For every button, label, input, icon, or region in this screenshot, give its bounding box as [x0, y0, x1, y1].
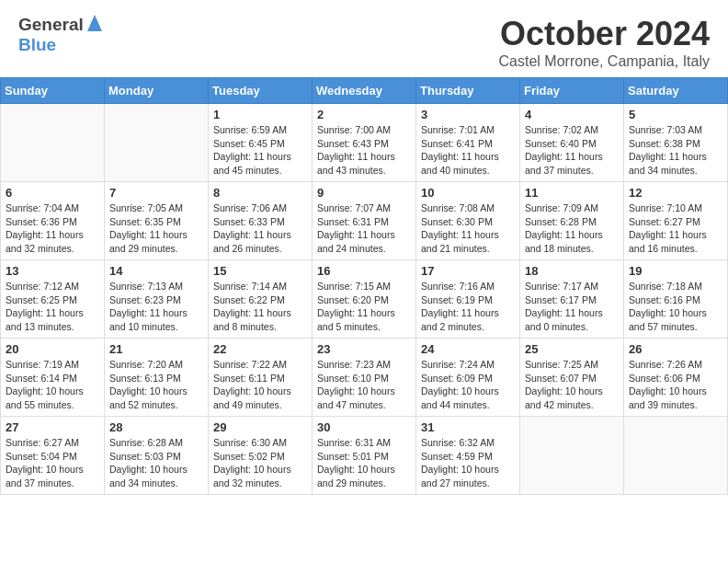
cell-text: Sunrise: 7:15 AM Sunset: 6:20 PM Dayligh…	[317, 280, 411, 334]
day-number: 16	[317, 264, 411, 278]
calendar-table: SundayMondayTuesdayWednesdayThursdayFrid…	[0, 77, 728, 495]
day-number: 14	[109, 264, 203, 278]
logo: General Blue	[18, 15, 102, 55]
day-number: 7	[109, 186, 203, 200]
cell-text: Sunrise: 7:16 AM Sunset: 6:19 PM Dayligh…	[421, 280, 515, 334]
logo-triangle-icon	[87, 15, 102, 31]
calendar-cell: 27Sunrise: 6:27 AM Sunset: 5:04 PM Dayli…	[1, 417, 105, 495]
day-number: 11	[525, 186, 619, 200]
calendar-cell: 18Sunrise: 7:17 AM Sunset: 6:17 PM Dayli…	[520, 260, 624, 339]
cell-text: Sunrise: 7:02 AM Sunset: 6:40 PM Dayligh…	[525, 123, 619, 178]
calendar-week-row: 13Sunrise: 7:12 AM Sunset: 6:25 PM Dayli…	[1, 260, 728, 339]
day-number: 10	[421, 186, 515, 200]
calendar-cell: 2Sunrise: 7:00 AM Sunset: 6:43 PM Daylig…	[313, 104, 416, 182]
cell-text: Sunrise: 6:27 AM Sunset: 5:04 PM Dayligh…	[6, 436, 99, 490]
day-number: 6	[6, 186, 99, 200]
cell-text: Sunrise: 7:03 AM Sunset: 6:38 PM Dayligh…	[629, 123, 722, 178]
cell-text: Sunrise: 7:14 AM Sunset: 6:22 PM Dayligh…	[213, 280, 307, 334]
cell-text: Sunrise: 6:31 AM Sunset: 5:01 PM Dayligh…	[317, 436, 411, 490]
calendar-cell: 11Sunrise: 7:09 AM Sunset: 6:28 PM Dayli…	[520, 182, 624, 260]
calendar-cell: 19Sunrise: 7:18 AM Sunset: 6:16 PM Dayli…	[624, 260, 728, 339]
calendar-cell: 25Sunrise: 7:25 AM Sunset: 6:07 PM Dayli…	[520, 339, 624, 417]
cell-text: Sunrise: 6:59 AM Sunset: 6:45 PM Dayligh…	[213, 123, 307, 178]
calendar-week-row: 6Sunrise: 7:04 AM Sunset: 6:36 PM Daylig…	[1, 182, 728, 260]
calendar-header-friday: Friday	[520, 78, 624, 104]
calendar-cell: 30Sunrise: 6:31 AM Sunset: 5:01 PM Dayli…	[313, 417, 416, 495]
calendar-cell: 26Sunrise: 7:26 AM Sunset: 6:06 PM Dayli…	[624, 339, 728, 417]
day-number: 1	[213, 108, 307, 121]
cell-text: Sunrise: 7:22 AM Sunset: 6:11 PM Dayligh…	[213, 358, 307, 412]
calendar-cell: 23Sunrise: 7:23 AM Sunset: 6:10 PM Dayli…	[313, 339, 416, 417]
calendar-cell: 5Sunrise: 7:03 AM Sunset: 6:38 PM Daylig…	[624, 104, 728, 182]
day-number: 5	[629, 108, 722, 121]
calendar-header-tuesday: Tuesday	[209, 78, 313, 104]
day-number: 17	[421, 264, 515, 278]
day-number: 23	[317, 342, 411, 356]
cell-text: Sunrise: 7:12 AM Sunset: 6:25 PM Dayligh…	[6, 280, 99, 334]
cell-text: Sunrise: 7:23 AM Sunset: 6:10 PM Dayligh…	[317, 358, 411, 412]
calendar-cell: 8Sunrise: 7:06 AM Sunset: 6:33 PM Daylig…	[209, 182, 313, 260]
calendar-header-row: SundayMondayTuesdayWednesdayThursdayFrid…	[1, 78, 728, 104]
calendar-cell: 16Sunrise: 7:15 AM Sunset: 6:20 PM Dayli…	[313, 260, 416, 339]
cell-text: Sunrise: 7:25 AM Sunset: 6:07 PM Dayligh…	[525, 358, 619, 412]
cell-text: Sunrise: 7:07 AM Sunset: 6:31 PM Dayligh…	[317, 201, 411, 256]
cell-text: Sunrise: 7:26 AM Sunset: 6:06 PM Dayligh…	[629, 358, 722, 412]
cell-text: Sunrise: 6:28 AM Sunset: 5:03 PM Dayligh…	[109, 436, 203, 490]
day-number: 12	[629, 186, 722, 200]
calendar-cell: 10Sunrise: 7:08 AM Sunset: 6:30 PM Dayli…	[416, 182, 520, 260]
cell-text: Sunrise: 7:13 AM Sunset: 6:23 PM Dayligh…	[109, 280, 203, 334]
day-number: 24	[421, 342, 515, 356]
cell-text: Sunrise: 7:09 AM Sunset: 6:28 PM Dayligh…	[525, 201, 619, 256]
day-number: 22	[213, 342, 307, 356]
calendar-cell: 24Sunrise: 7:24 AM Sunset: 6:09 PM Dayli…	[416, 339, 520, 417]
day-number: 15	[213, 264, 307, 278]
day-number: 30	[317, 420, 411, 434]
day-number: 28	[109, 420, 203, 434]
calendar-header-wednesday: Wednesday	[313, 78, 416, 104]
calendar-cell: 3Sunrise: 7:01 AM Sunset: 6:41 PM Daylig…	[416, 104, 520, 182]
day-number: 31	[421, 420, 515, 434]
calendar-week-row: 20Sunrise: 7:19 AM Sunset: 6:14 PM Dayli…	[1, 339, 728, 417]
calendar-cell: 13Sunrise: 7:12 AM Sunset: 6:25 PM Dayli…	[1, 260, 105, 339]
day-number: 2	[317, 108, 411, 121]
svg-marker-0	[87, 15, 102, 31]
calendar-cell	[105, 104, 209, 182]
day-number: 9	[317, 186, 411, 200]
calendar-cell	[624, 417, 728, 495]
cell-text: Sunrise: 7:18 AM Sunset: 6:16 PM Dayligh…	[629, 280, 722, 334]
cell-text: Sunrise: 7:17 AM Sunset: 6:17 PM Dayligh…	[525, 280, 619, 334]
day-number: 25	[525, 342, 619, 356]
calendar-week-row: 1Sunrise: 6:59 AM Sunset: 6:45 PM Daylig…	[1, 104, 728, 182]
calendar-cell: 31Sunrise: 6:32 AM Sunset: 4:59 PM Dayli…	[416, 417, 520, 495]
cell-text: Sunrise: 6:32 AM Sunset: 4:59 PM Dayligh…	[421, 436, 515, 490]
calendar-cell: 29Sunrise: 6:30 AM Sunset: 5:02 PM Dayli…	[209, 417, 313, 495]
calendar-cell: 22Sunrise: 7:22 AM Sunset: 6:11 PM Dayli…	[209, 339, 313, 417]
cell-text: Sunrise: 7:10 AM Sunset: 6:27 PM Dayligh…	[629, 201, 722, 256]
logo-general-text: General	[18, 15, 84, 35]
cell-text: Sunrise: 7:24 AM Sunset: 6:09 PM Dayligh…	[421, 358, 515, 412]
cell-text: Sunrise: 7:04 AM Sunset: 6:36 PM Dayligh…	[6, 201, 99, 256]
cell-text: Sunrise: 7:06 AM Sunset: 6:33 PM Dayligh…	[213, 201, 307, 256]
calendar-cell: 15Sunrise: 7:14 AM Sunset: 6:22 PM Dayli…	[209, 260, 313, 339]
calendar-cell	[1, 104, 105, 182]
calendar-cell: 20Sunrise: 7:19 AM Sunset: 6:14 PM Dayli…	[1, 339, 105, 417]
calendar-cell: 21Sunrise: 7:20 AM Sunset: 6:13 PM Dayli…	[105, 339, 209, 417]
day-number: 18	[525, 264, 619, 278]
calendar-cell: 9Sunrise: 7:07 AM Sunset: 6:31 PM Daylig…	[313, 182, 416, 260]
calendar-cell: 7Sunrise: 7:05 AM Sunset: 6:35 PM Daylig…	[105, 182, 209, 260]
cell-text: Sunrise: 7:19 AM Sunset: 6:14 PM Dayligh…	[6, 358, 99, 412]
cell-text: Sunrise: 6:30 AM Sunset: 5:02 PM Dayligh…	[213, 436, 307, 490]
cell-text: Sunrise: 7:00 AM Sunset: 6:43 PM Dayligh…	[317, 123, 411, 178]
page-header: General Blue October 2024 Castel Morrone…	[0, 0, 728, 77]
day-number: 19	[629, 264, 722, 278]
day-number: 29	[213, 420, 307, 434]
calendar-header-thursday: Thursday	[416, 78, 520, 104]
calendar-cell: 12Sunrise: 7:10 AM Sunset: 6:27 PM Dayli…	[624, 182, 728, 260]
calendar-header-monday: Monday	[105, 78, 209, 104]
day-number: 8	[213, 186, 307, 200]
day-number: 27	[6, 420, 99, 434]
calendar-cell: 28Sunrise: 6:28 AM Sunset: 5:03 PM Dayli…	[105, 417, 209, 495]
day-number: 20	[6, 342, 99, 356]
calendar-cell: 6Sunrise: 7:04 AM Sunset: 6:36 PM Daylig…	[1, 182, 105, 260]
cell-text: Sunrise: 7:20 AM Sunset: 6:13 PM Dayligh…	[109, 358, 203, 412]
